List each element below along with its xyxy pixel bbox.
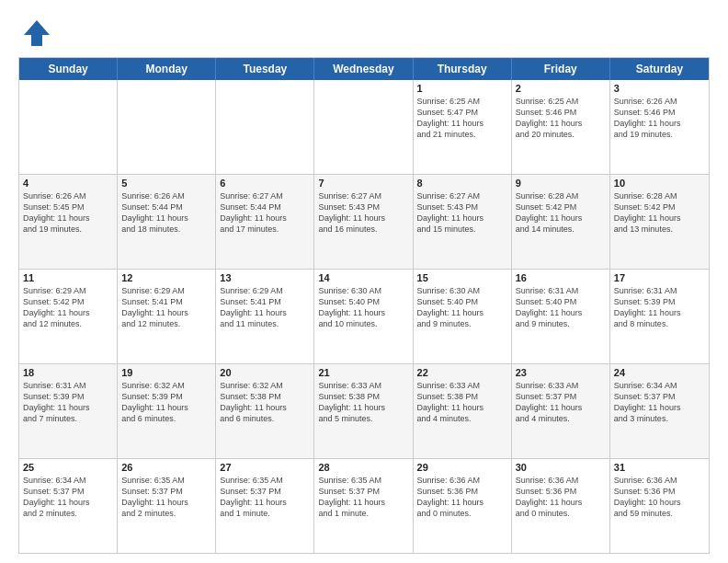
day-info: Sunrise: 6:28 AM Sunset: 5:42 PM Dayligh… xyxy=(516,190,606,236)
day-number: 14 xyxy=(318,272,408,283)
day-info: Sunrise: 6:33 AM Sunset: 5:38 PM Dayligh… xyxy=(318,380,408,425)
calendar-header: SundayMondayTuesdayWednesdayThursdayFrid… xyxy=(19,58,709,80)
calendar-cell-day-14: 14Sunrise: 6:30 AM Sunset: 5:40 PM Dayli… xyxy=(314,270,413,363)
day-number: 16 xyxy=(516,272,606,283)
calendar: SundayMondayTuesdayWednesdayThursdayFrid… xyxy=(18,57,710,554)
day-info: Sunrise: 6:25 AM Sunset: 5:47 PM Dayligh… xyxy=(417,96,507,141)
calendar-cell-day-8: 8Sunrise: 6:27 AM Sunset: 5:43 PM Daylig… xyxy=(414,175,512,269)
day-info: Sunrise: 6:29 AM Sunset: 5:41 PM Dayligh… xyxy=(220,285,310,330)
weekday-header-saturday: Saturday xyxy=(610,58,709,80)
day-info: Sunrise: 6:33 AM Sunset: 5:37 PM Dayligh… xyxy=(516,380,606,425)
day-number: 27 xyxy=(220,462,310,473)
day-info: Sunrise: 6:27 AM Sunset: 5:43 PM Dayligh… xyxy=(417,190,507,236)
calendar-cell-day-28: 28Sunrise: 6:35 AM Sunset: 5:37 PM Dayli… xyxy=(314,459,413,553)
day-number: 6 xyxy=(220,178,310,189)
calendar-cell-day-24: 24Sunrise: 6:34 AM Sunset: 5:37 PM Dayli… xyxy=(610,364,709,458)
calendar-row-1: 1Sunrise: 6:25 AM Sunset: 5:47 PM Daylig… xyxy=(19,80,709,175)
calendar-cell-day-2: 2Sunrise: 6:25 AM Sunset: 5:46 PM Daylig… xyxy=(512,80,610,174)
day-number: 13 xyxy=(220,272,310,283)
day-number: 12 xyxy=(121,272,211,283)
day-number: 29 xyxy=(417,462,507,473)
day-info: Sunrise: 6:35 AM Sunset: 5:37 PM Dayligh… xyxy=(220,475,310,520)
day-number: 21 xyxy=(318,367,408,378)
day-info: Sunrise: 6:31 AM Sunset: 5:39 PM Dayligh… xyxy=(23,380,113,425)
calendar-cell-day-1: 1Sunrise: 6:25 AM Sunset: 5:47 PM Daylig… xyxy=(414,80,512,174)
day-info: Sunrise: 6:34 AM Sunset: 5:37 PM Dayligh… xyxy=(614,380,705,425)
day-info: Sunrise: 6:25 AM Sunset: 5:46 PM Dayligh… xyxy=(516,96,606,141)
calendar-row-3: 11Sunrise: 6:29 AM Sunset: 5:42 PM Dayli… xyxy=(19,270,709,364)
calendar-cell-empty xyxy=(216,80,314,174)
day-info: Sunrise: 6:32 AM Sunset: 5:39 PM Dayligh… xyxy=(121,380,211,425)
day-number: 25 xyxy=(23,462,113,473)
day-info: Sunrise: 6:33 AM Sunset: 5:38 PM Dayligh… xyxy=(417,380,507,425)
day-info: Sunrise: 6:28 AM Sunset: 5:42 PM Dayligh… xyxy=(614,190,705,236)
calendar-cell-day-30: 30Sunrise: 6:36 AM Sunset: 5:36 PM Dayli… xyxy=(512,459,610,553)
day-number: 3 xyxy=(614,83,705,94)
day-number: 19 xyxy=(121,367,211,378)
day-info: Sunrise: 6:32 AM Sunset: 5:38 PM Dayligh… xyxy=(220,380,310,425)
day-number: 15 xyxy=(417,272,507,283)
day-info: Sunrise: 6:30 AM Sunset: 5:40 PM Dayligh… xyxy=(417,285,507,330)
day-number: 28 xyxy=(318,462,408,473)
day-info: Sunrise: 6:35 AM Sunset: 5:37 PM Dayligh… xyxy=(318,475,408,520)
day-info: Sunrise: 6:26 AM Sunset: 5:44 PM Dayligh… xyxy=(121,190,211,236)
calendar-cell-day-21: 21Sunrise: 6:33 AM Sunset: 5:38 PM Dayli… xyxy=(314,364,413,458)
calendar-row-5: 25Sunrise: 6:34 AM Sunset: 5:37 PM Dayli… xyxy=(19,459,709,553)
calendar-cell-empty xyxy=(19,80,118,174)
calendar-body: 1Sunrise: 6:25 AM Sunset: 5:47 PM Daylig… xyxy=(19,80,709,553)
day-number: 30 xyxy=(516,462,606,473)
calendar-row-2: 4Sunrise: 6:26 AM Sunset: 5:45 PM Daylig… xyxy=(19,175,709,270)
calendar-cell-day-15: 15Sunrise: 6:30 AM Sunset: 5:40 PM Dayli… xyxy=(414,270,512,363)
calendar-cell-day-3: 3Sunrise: 6:26 AM Sunset: 5:46 PM Daylig… xyxy=(610,80,709,174)
calendar-cell-day-27: 27Sunrise: 6:35 AM Sunset: 5:37 PM Dayli… xyxy=(216,459,314,553)
calendar-cell-day-9: 9Sunrise: 6:28 AM Sunset: 5:42 PM Daylig… xyxy=(512,175,610,269)
calendar-cell-day-22: 22Sunrise: 6:33 AM Sunset: 5:38 PM Dayli… xyxy=(414,364,512,458)
day-info: Sunrise: 6:26 AM Sunset: 5:46 PM Dayligh… xyxy=(614,96,705,141)
calendar-cell-empty xyxy=(118,80,216,174)
day-number: 20 xyxy=(220,367,310,378)
day-info: Sunrise: 6:29 AM Sunset: 5:41 PM Dayligh… xyxy=(121,285,211,330)
weekday-header-thursday: Thursday xyxy=(414,58,512,80)
calendar-cell-day-6: 6Sunrise: 6:27 AM Sunset: 5:44 PM Daylig… xyxy=(216,175,314,269)
weekday-header-friday: Friday xyxy=(512,58,610,80)
page: SundayMondayTuesdayWednesdayThursdayFrid… xyxy=(0,0,728,563)
weekday-header-monday: Monday xyxy=(118,58,216,80)
day-number: 23 xyxy=(516,367,606,378)
day-info: Sunrise: 6:29 AM Sunset: 5:42 PM Dayligh… xyxy=(23,285,113,330)
day-info: Sunrise: 6:35 AM Sunset: 5:37 PM Dayligh… xyxy=(121,475,211,520)
calendar-cell-day-13: 13Sunrise: 6:29 AM Sunset: 5:41 PM Dayli… xyxy=(216,270,314,363)
day-number: 8 xyxy=(417,178,507,189)
day-info: Sunrise: 6:36 AM Sunset: 5:36 PM Dayligh… xyxy=(516,475,606,520)
logo xyxy=(18,17,55,50)
day-info: Sunrise: 6:34 AM Sunset: 5:37 PM Dayligh… xyxy=(23,475,113,520)
calendar-cell-day-17: 17Sunrise: 6:31 AM Sunset: 5:39 PM Dayli… xyxy=(610,270,709,363)
calendar-cell-day-20: 20Sunrise: 6:32 AM Sunset: 5:38 PM Dayli… xyxy=(216,364,314,458)
day-number: 31 xyxy=(614,462,705,473)
calendar-cell-day-31: 31Sunrise: 6:36 AM Sunset: 5:36 PM Dayli… xyxy=(610,459,709,553)
logo-icon xyxy=(18,17,51,50)
day-number: 17 xyxy=(614,272,705,283)
day-number: 11 xyxy=(23,272,113,283)
day-info: Sunrise: 6:26 AM Sunset: 5:45 PM Dayligh… xyxy=(23,190,113,236)
svg-marker-0 xyxy=(24,20,50,46)
weekday-header-wednesday: Wednesday xyxy=(314,58,413,80)
calendar-cell-day-16: 16Sunrise: 6:31 AM Sunset: 5:40 PM Dayli… xyxy=(512,270,610,363)
day-number: 10 xyxy=(614,178,705,189)
day-info: Sunrise: 6:31 AM Sunset: 5:40 PM Dayligh… xyxy=(516,285,606,330)
day-number: 2 xyxy=(516,83,606,94)
calendar-cell-day-19: 19Sunrise: 6:32 AM Sunset: 5:39 PM Dayli… xyxy=(118,364,216,458)
header xyxy=(18,17,710,50)
day-info: Sunrise: 6:27 AM Sunset: 5:43 PM Dayligh… xyxy=(318,190,408,236)
day-info: Sunrise: 6:30 AM Sunset: 5:40 PM Dayligh… xyxy=(318,285,408,330)
calendar-cell-day-26: 26Sunrise: 6:35 AM Sunset: 5:37 PM Dayli… xyxy=(118,459,216,553)
day-info: Sunrise: 6:36 AM Sunset: 5:36 PM Dayligh… xyxy=(614,475,705,520)
day-info: Sunrise: 6:27 AM Sunset: 5:44 PM Dayligh… xyxy=(220,190,310,236)
day-number: 9 xyxy=(516,178,606,189)
calendar-cell-day-4: 4Sunrise: 6:26 AM Sunset: 5:45 PM Daylig… xyxy=(19,175,118,269)
calendar-cell-day-23: 23Sunrise: 6:33 AM Sunset: 5:37 PM Dayli… xyxy=(512,364,610,458)
day-info: Sunrise: 6:36 AM Sunset: 5:36 PM Dayligh… xyxy=(417,475,507,520)
calendar-row-4: 18Sunrise: 6:31 AM Sunset: 5:39 PM Dayli… xyxy=(19,364,709,459)
calendar-cell-day-25: 25Sunrise: 6:34 AM Sunset: 5:37 PM Dayli… xyxy=(19,459,118,553)
day-info: Sunrise: 6:31 AM Sunset: 5:39 PM Dayligh… xyxy=(614,285,705,330)
day-number: 5 xyxy=(121,178,211,189)
